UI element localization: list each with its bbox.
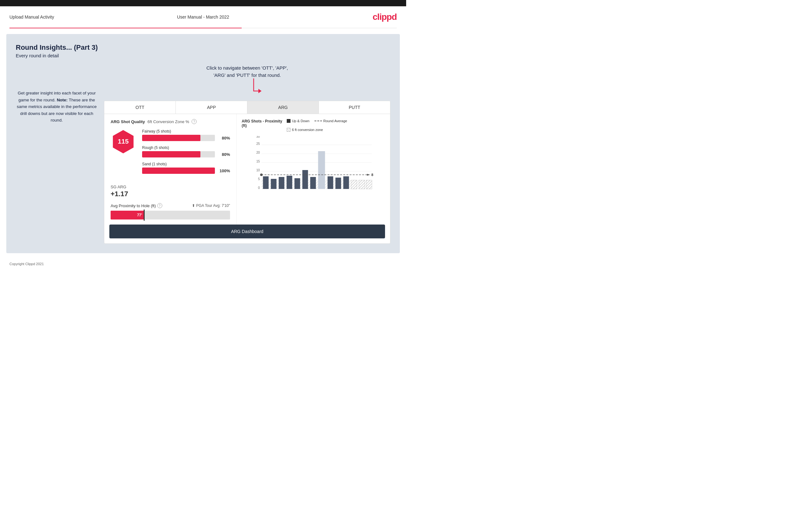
svg-rect-28 — [344, 176, 349, 189]
bar-fill-rough — [142, 151, 200, 158]
shot-row-fairway: Fairway (5 shots) 80% — [142, 129, 230, 141]
bar-row-sand: 100% — [142, 168, 230, 174]
shot-row-rough: Rough (5 shots) 80% — [142, 146, 230, 158]
svg-rect-20 — [279, 177, 285, 189]
svg-text:5: 5 — [258, 177, 260, 181]
sg-label: SG ARG — [111, 184, 230, 189]
svg-text:115: 115 — [118, 137, 129, 145]
shot-label-sand: Sand (1 shots) — [142, 162, 230, 166]
section-subtitle: Every round in detail — [16, 53, 391, 58]
chart-svg: 0 5 10 15 20 25 30 — [242, 136, 385, 193]
svg-rect-27 — [336, 178, 341, 189]
tabs-row: OTT APP ARG PUTT — [104, 101, 390, 114]
content-layout: Get greater insight into each facet of y… — [16, 65, 391, 244]
shot-row-sand: Sand (1 shots) 100% — [142, 162, 230, 174]
proximity-header: Avg Proximity to Hole (ft) ? ⬆ PGA Tour … — [111, 203, 230, 208]
clippd-logo: clippd — [373, 12, 397, 22]
svg-rect-23 — [303, 170, 308, 189]
sg-section: SG ARG +1.17 — [111, 184, 230, 198]
hex-badge: 115 — [111, 129, 136, 154]
hex-row: 115 Fairway (5 shots) — [111, 129, 230, 178]
footer: Copyright Clippd 2021 — [0, 259, 406, 269]
legend-round-avg-label: Round Average — [323, 119, 347, 123]
svg-rect-18 — [263, 176, 269, 189]
svg-rect-22 — [295, 178, 300, 189]
legend-round-avg: Round Average — [314, 119, 347, 123]
left-panel: Get greater insight into each facet of y… — [16, 65, 98, 124]
stats-panel: ARG Shot Quality 6ft Conversion Zone % ?… — [104, 114, 237, 225]
proximity-value: 77' — [137, 213, 144, 217]
chart-legend: Up & Down Round Average 6 ft conversion … — [287, 119, 385, 132]
shot-label-rough: Rough (5 shots) — [142, 146, 230, 150]
bar-pct-fairway: 80% — [217, 136, 230, 140]
proximity-label: Avg Proximity to Hole (ft) ? — [111, 203, 162, 208]
chart-panel: ARG Shots - Proximity (ft) Up & Down Rou… — [237, 114, 390, 225]
legend-6ft-zone-label: 6 ft conversion zone — [292, 128, 323, 132]
svg-rect-26 — [328, 176, 334, 189]
help-icon[interactable]: ? — [192, 119, 197, 124]
bar-pct-rough: 80% — [217, 152, 230, 157]
chart-title: ARG Shots - Proximity (ft) — [242, 119, 287, 128]
svg-rect-21 — [287, 176, 292, 189]
header-divider — [9, 28, 397, 29]
bar-row-rough: 80% — [142, 151, 230, 158]
tab-putt[interactable]: PUTT — [319, 101, 390, 114]
top-bar — [0, 0, 406, 6]
arrow-container — [251, 77, 266, 98]
svg-rect-19 — [271, 179, 277, 189]
upload-label[interactable]: Upload Manual Activity — [9, 14, 54, 19]
tab-arg[interactable]: ARG — [247, 101, 319, 114]
tab-ott[interactable]: OTT — [104, 101, 176, 114]
bar-bg-fairway — [142, 135, 215, 141]
tab-app[interactable]: APP — [176, 101, 247, 114]
svg-text:8: 8 — [371, 173, 373, 177]
legend-up-down-label: Up & Down — [292, 119, 309, 123]
svg-point-33 — [260, 173, 263, 176]
proximity-bar-fill: 77' — [111, 211, 144, 220]
svg-text:0: 0 — [258, 186, 260, 189]
stats-quality-label: ARG Shot Quality — [111, 119, 145, 124]
nav-arrow-icon — [251, 77, 266, 96]
bar-bg-rough — [142, 151, 215, 158]
svg-text:10: 10 — [256, 168, 260, 172]
proximity-help-icon[interactable]: ? — [157, 203, 162, 208]
annotation-text: Get greater insight into each facet of y… — [16, 90, 98, 124]
bar-fill-sand — [142, 168, 215, 174]
shot-bars: Fairway (5 shots) 80% Ro — [142, 129, 230, 178]
svg-rect-30 — [359, 180, 365, 189]
legend-up-down: Up & Down — [287, 119, 309, 123]
header-center-label: User Manual - March 2022 — [177, 14, 230, 19]
main-content: Round Insights... (Part 3) Every round i… — [6, 34, 400, 253]
svg-rect-31 — [366, 180, 372, 189]
proximity-cursor — [144, 210, 145, 221]
svg-marker-0 — [258, 89, 261, 93]
stats-conversion-label: 6ft Conversion Zone % — [147, 119, 189, 124]
stats-header: ARG Shot Quality 6ft Conversion Zone % ? — [111, 119, 230, 124]
svg-rect-29 — [351, 180, 357, 189]
header: Upload Manual Activity User Manual - Mar… — [0, 6, 406, 28]
bar-pct-sand: 100% — [217, 168, 230, 173]
svg-marker-34 — [367, 174, 370, 176]
sg-value: +1.17 — [111, 190, 230, 198]
dashboard-body: ARG Shot Quality 6ft Conversion Zone % ?… — [104, 114, 390, 225]
section-title: Round Insights... (Part 3) — [16, 44, 391, 52]
svg-text:30: 30 — [256, 136, 260, 138]
bar-bg-sand — [142, 168, 215, 174]
dashboard-card: OTT APP ARG PUTT ARG Shot Quality 6ft Co… — [104, 101, 391, 244]
svg-rect-24 — [310, 177, 316, 189]
svg-text:15: 15 — [256, 160, 260, 163]
legend-dashed-icon — [314, 121, 322, 121]
arg-dashboard-button[interactable]: ARG Dashboard — [109, 225, 385, 238]
proximity-label-text: Avg Proximity to Hole (ft) — [111, 204, 156, 208]
bar-fill-fairway — [142, 135, 200, 141]
nav-annotation-text: Click to navigate between 'OTT', 'APP','… — [206, 65, 288, 78]
legend-square-icon — [287, 119, 291, 123]
proximity-avg: ⬆ PGA Tour Avg: 7'10" — [192, 204, 230, 208]
copyright-text: Copyright Clippd 2021 — [9, 262, 44, 266]
legend-6ft-zone: 6 ft conversion zone — [287, 128, 323, 132]
legend-hatch-icon — [287, 128, 291, 132]
svg-text:20: 20 — [256, 151, 260, 154]
svg-rect-25 — [318, 151, 325, 189]
proximity-bar-bg: 77' — [111, 211, 230, 220]
proximity-section: Avg Proximity to Hole (ft) ? ⬆ PGA Tour … — [111, 203, 230, 220]
